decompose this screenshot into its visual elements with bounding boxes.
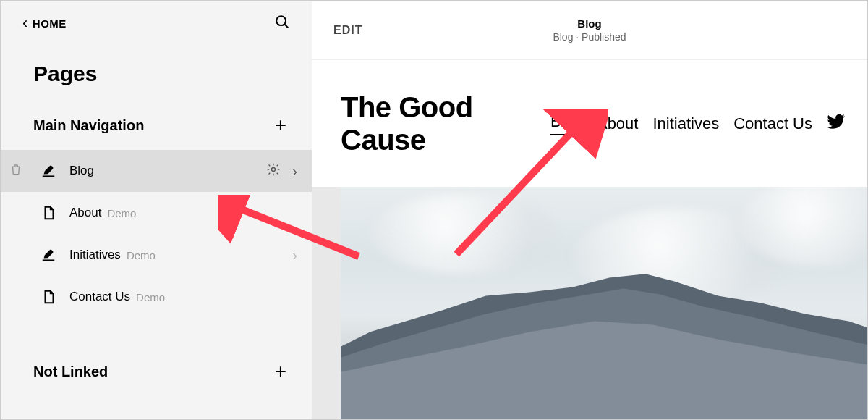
page-label: About <box>69 206 101 220</box>
site-title[interactable]: The Good Cause <box>341 91 514 156</box>
nav-item-contact[interactable]: Contact Us <box>733 114 812 133</box>
page-demo-tag: Demo <box>107 207 136 219</box>
nav-item-blog[interactable]: Blog <box>550 112 582 135</box>
edit-button[interactable]: EDIT <box>333 24 362 37</box>
search-icon[interactable] <box>274 14 290 33</box>
page-demo-tag: Demo <box>127 249 156 261</box>
sidebar: ‹ HOME Pages Main Navigation + Blog <box>1 1 312 419</box>
preview-pane: EDIT Blog Blog · Published The Good Caus… <box>312 1 867 419</box>
twitter-icon[interactable] <box>827 112 846 135</box>
page-item-initiatives[interactable]: Initiatives Demo › <box>1 234 312 276</box>
page-item-blog[interactable]: Blog › <box>1 150 312 192</box>
svg-point-2 <box>272 168 276 172</box>
page-item-about[interactable]: About Demo <box>1 192 312 234</box>
topbar-title: Blog <box>553 17 626 30</box>
page-label: Contact Us <box>69 290 130 304</box>
pen-icon <box>41 163 56 179</box>
preview-topbar: EDIT Blog Blog · Published <box>312 1 867 60</box>
chevron-right-icon[interactable]: › <box>292 247 297 264</box>
svg-line-1 <box>284 24 288 28</box>
file-icon <box>41 205 56 221</box>
main-nav-label: Main Navigation <box>33 117 144 134</box>
topbar-subtitle: Blog · Published <box>553 31 626 43</box>
add-page-icon[interactable]: + <box>275 360 286 383</box>
pen-icon <box>41 247 56 263</box>
pages-heading: Pages <box>1 40 312 101</box>
svg-point-0 <box>276 16 286 25</box>
main-navigation-header: Main Navigation + <box>1 101 312 150</box>
page-label: Blog <box>69 164 94 178</box>
trash-icon[interactable] <box>9 163 22 179</box>
chevron-right-icon[interactable]: › <box>292 163 297 180</box>
nav-item-about[interactable]: About <box>597 114 639 133</box>
not-linked-header: Not Linked + <box>1 347 312 396</box>
not-linked-label: Not Linked <box>33 364 108 380</box>
page-item-contact-us[interactable]: Contact Us Demo <box>1 276 312 318</box>
page-list: Blog › About Demo <box>1 150 312 318</box>
chevron-left-icon: ‹ <box>22 15 28 31</box>
home-label: HOME <box>33 17 67 30</box>
site-nav: Blog About Initiatives Contact Us <box>550 112 846 135</box>
page-label: Initiatives <box>69 248 121 262</box>
gear-icon[interactable] <box>266 162 281 180</box>
site-header: The Good Cause Blog About Initiatives Co… <box>312 60 867 187</box>
add-page-icon[interactable]: + <box>275 114 286 137</box>
page-demo-tag: Demo <box>136 291 165 303</box>
hero-image <box>341 187 867 419</box>
file-icon <box>41 289 56 305</box>
nav-item-initiatives[interactable]: Initiatives <box>652 114 719 133</box>
home-link[interactable]: ‹ HOME <box>22 15 67 31</box>
